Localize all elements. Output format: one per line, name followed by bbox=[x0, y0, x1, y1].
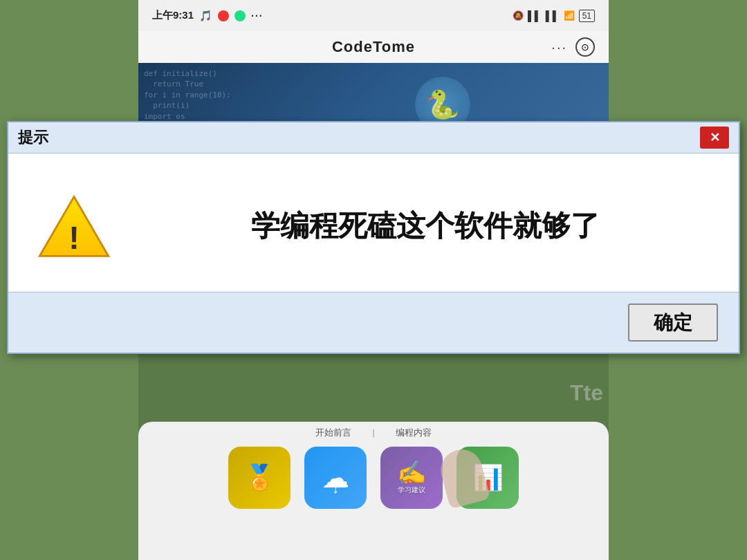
bell-icon: 🔕 bbox=[513, 10, 524, 21]
dialog-titlebar: 提示 ✕ bbox=[8, 122, 739, 153]
dots-icon: ··· bbox=[251, 10, 264, 21]
menu-dots: ··· bbox=[551, 39, 567, 55]
wifi-icon: 📶 bbox=[564, 10, 575, 21]
dialog-box: 提示 ✕ ! bbox=[7, 121, 740, 354]
svg-text:!: ! bbox=[68, 218, 80, 255]
dialog-message: 学编程死磕这个软件就够了 bbox=[140, 207, 711, 245]
status-left: 上午9:31 🎵 ··· bbox=[152, 9, 264, 22]
warning-icon-wrap: ! bbox=[36, 194, 112, 259]
signal-icon: ▌▌ bbox=[528, 10, 542, 21]
dialog-title: 提示 bbox=[18, 127, 48, 148]
signal2-icon: ▌▌ bbox=[546, 10, 560, 21]
wechat-icon bbox=[234, 10, 246, 21]
record-icon bbox=[218, 10, 229, 21]
camera-icon: ⊙ bbox=[575, 37, 595, 57]
music-icon: 🎵 bbox=[199, 10, 212, 22]
dialog-overlay: 提示 ✕ ! bbox=[0, 121, 747, 460]
app-title-bar: CodeTome ··· ⊙ bbox=[138, 31, 609, 63]
time-display: 上午9:31 bbox=[152, 9, 194, 22]
study-app-label: 学习建议 bbox=[398, 485, 425, 495]
status-bar: 上午9:31 🎵 ··· 🔕 ▌▌ ▌▌ 📶 51 bbox=[138, 0, 609, 31]
medal-symbol: 🏅 bbox=[244, 465, 275, 490]
study-symbol: ✍ bbox=[397, 460, 426, 484]
app-name: CodeTome bbox=[332, 38, 415, 56]
confirm-button[interactable]: 确定 bbox=[628, 304, 718, 342]
status-right: 🔕 ▌▌ ▌▌ 📶 51 bbox=[513, 10, 595, 22]
warning-triangle-icon: ! bbox=[36, 194, 112, 259]
close-x-icon: ✕ bbox=[710, 130, 720, 145]
dialog-body: ! 学编程死磕这个软件就够了 bbox=[8, 153, 739, 292]
dialog-footer: 确定 bbox=[8, 292, 739, 353]
dialog-close-button[interactable]: ✕ bbox=[700, 127, 729, 149]
battery-icon: 51 bbox=[579, 10, 595, 22]
